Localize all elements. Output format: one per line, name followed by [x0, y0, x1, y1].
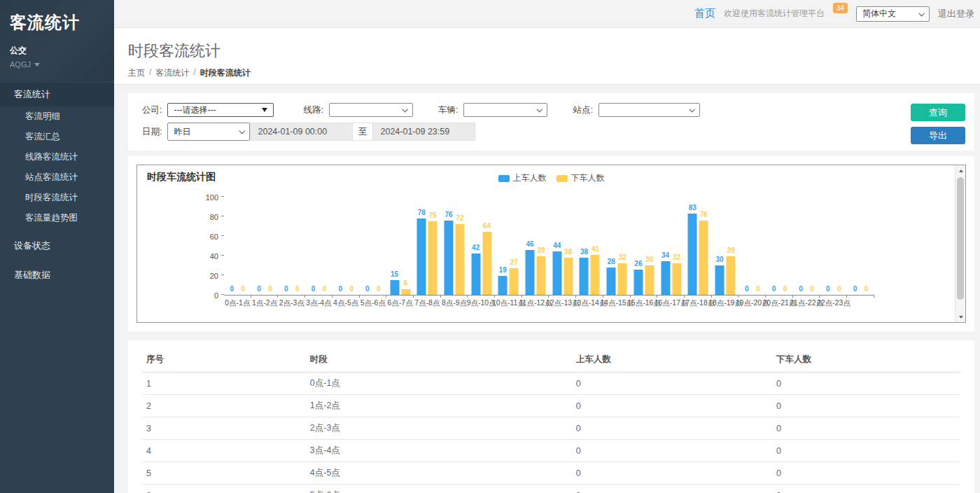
bar-下车人数: 32: [672, 263, 681, 295]
y-axis-tick-label: 20: [190, 272, 218, 280]
sidebar-subitem-客流量趋势图[interactable]: 客流量趋势图: [0, 208, 114, 228]
table-row: 43点-4点00: [142, 440, 960, 462]
bars: 156: [390, 280, 410, 295]
x-axis-tick: [874, 295, 874, 298]
scrollbar-up-button[interactable]: [955, 165, 966, 176]
table-cell: 0: [772, 373, 960, 395]
table-row: 65点-6点00: [142, 485, 960, 493]
scrollbar-thumb[interactable]: [957, 177, 964, 300]
bar-上车人数: 34: [661, 261, 670, 295]
bar-value-label: 0: [257, 285, 261, 293]
x-axis-tick: [277, 295, 278, 298]
line-label: 线路:: [303, 104, 323, 116]
bars: 3432: [661, 261, 681, 295]
bar-group: 443812点-13点: [549, 197, 576, 295]
bar-group: 76728点-9点: [441, 197, 468, 295]
logout-link[interactable]: 退出登录: [938, 8, 974, 20]
bar-上车人数: 44: [552, 251, 561, 295]
bar-下车人数: 76: [699, 221, 708, 295]
date-to-input[interactable]: [372, 123, 475, 141]
x-axis-tick: [304, 295, 305, 298]
sidebar-subitem-站点客流统计[interactable]: 站点客流统计: [0, 167, 114, 188]
table-cell: 2点-3点: [306, 417, 572, 440]
legend-swatch: [498, 175, 510, 182]
bar-value-label: 0: [241, 285, 246, 293]
sidebar-subitem-客流明细[interactable]: 客流明细: [0, 106, 114, 127]
bar-group: 42649点-10点: [468, 197, 495, 295]
bar-value-label: 76: [700, 211, 708, 218]
bar-value-label: 34: [662, 251, 669, 259]
sidebar-item-基础数据[interactable]: 基础数据: [0, 263, 114, 287]
table-header-时段: 时段: [306, 347, 572, 373]
y-axis-tick-label: 0: [190, 291, 218, 300]
bar-下车人数: 72: [455, 224, 464, 295]
bar-group: 001点-2点: [251, 197, 279, 295]
bar-group: 303918点-19点: [712, 197, 739, 295]
bar-value-label: 42: [472, 244, 479, 251]
bars: 4438: [552, 251, 573, 295]
breadcrumb-section[interactable]: 客流统计: [155, 67, 189, 79]
scrollbar-down-button[interactable]: [955, 312, 966, 322]
x-axis-tick: [765, 295, 766, 298]
chart-scrollbar[interactable]: [955, 165, 965, 322]
triangle-down-icon: [262, 108, 267, 112]
export-button[interactable]: 导出: [911, 127, 965, 144]
legend-swatch: [556, 175, 568, 182]
table-header-序号: 序号: [142, 347, 306, 373]
bar-value-label: 27: [510, 258, 518, 266]
chevron-down-icon: [689, 106, 694, 112]
sidebar-subitem-客流汇总[interactable]: 客流汇总: [0, 127, 114, 147]
home-link[interactable]: 首页: [694, 7, 715, 20]
sidebar-subitem-线路客流统计[interactable]: 线路客流统计: [0, 147, 114, 167]
bar-group: 837617点-18点: [685, 197, 712, 295]
sidebar-item-客流统计[interactable]: 客流统计: [0, 83, 114, 106]
breadcrumb-home[interactable]: 主页: [128, 67, 145, 79]
bar-上车人数: 83: [688, 214, 697, 295]
bar-value-label: 83: [689, 204, 696, 211]
x-axis-label: 7点-8点: [414, 298, 440, 308]
bar-value-label: 64: [483, 222, 491, 230]
notification-badge[interactable]: 34: [833, 3, 848, 13]
table-cell: 6: [142, 485, 306, 493]
sidebar-subitem-时段客流统计[interactable]: 时段客流统计: [0, 188, 114, 208]
x-axis-tick: [819, 295, 820, 298]
bars: 4264: [471, 232, 491, 295]
bar-上车人数: 30: [715, 265, 724, 295]
date-preset-value: 昨日: [174, 126, 190, 138]
bar-上车人数: 38: [580, 258, 589, 295]
x-axis-label: 0点-1点: [225, 298, 250, 308]
table-cell: 3: [142, 417, 306, 440]
bar-group: 192710点-11点: [495, 197, 522, 295]
table-cell: 0: [772, 417, 960, 440]
bar-下车人数: 75: [428, 221, 438, 295]
bar-value-label: 0: [377, 285, 381, 293]
bars: 2832: [607, 263, 627, 295]
date-from-input[interactable]: [250, 123, 353, 141]
company-select[interactable]: ---请选择---: [167, 103, 274, 117]
legend-item-下车人数[interactable]: 下车人数: [556, 172, 605, 184]
bar-上车人数: 78: [417, 218, 426, 295]
station-select[interactable]: [598, 103, 700, 117]
bar-value-label: 0: [349, 285, 354, 293]
language-select[interactable]: 简体中文: [856, 6, 930, 22]
x-axis-tick: [386, 295, 386, 298]
legend-item-上车人数[interactable]: 上车人数: [498, 172, 547, 184]
content: 公司: ---请选择--- 线路: 车辆: 站点:: [114, 85, 980, 493]
table-cell: 0: [772, 395, 960, 417]
sidebar-item-设备状态[interactable]: 设备状态: [0, 234, 114, 258]
table-row: 32点-3点00: [142, 417, 960, 440]
date-preset-select[interactable]: 昨日: [167, 123, 250, 141]
bar-value-label: 72: [456, 214, 463, 222]
table-cell: 2: [142, 395, 306, 417]
org-code-dropdown[interactable]: AQGJ: [10, 60, 104, 69]
date-label: 日期:: [142, 126, 162, 138]
search-button[interactable]: 查询: [911, 104, 965, 121]
x-axis-tick: [413, 295, 414, 298]
bar-value-label: 75: [429, 211, 437, 219]
station-label: 站点:: [573, 104, 592, 116]
vehicle-select[interactable]: [463, 103, 547, 117]
bar-value-label: 26: [634, 260, 642, 268]
bar-group: 002点-3点: [278, 197, 305, 295]
line-select[interactable]: [329, 103, 413, 117]
date-to-separator: 至: [353, 123, 372, 141]
